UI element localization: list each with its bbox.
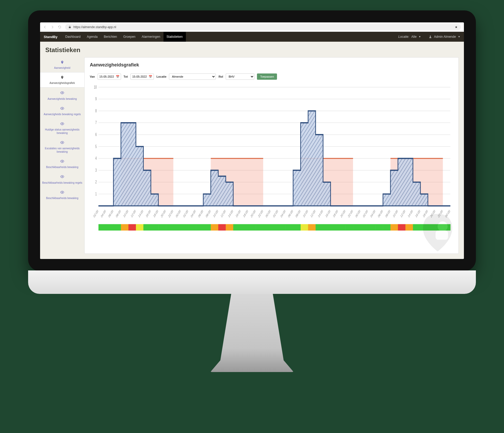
svg-text:14:00: 14:00 xyxy=(138,209,144,218)
sidebar-item-3[interactable]: Aanwezigheids bewaking regels xyxy=(40,103,84,119)
pin-icon xyxy=(42,60,83,65)
svg-rect-91 xyxy=(106,224,114,231)
sidebar-item-1[interactable]: Aanwezigheidsgrafiek xyxy=(40,72,84,88)
forward-icon[interactable] xyxy=(51,25,54,29)
svg-rect-107 xyxy=(226,224,233,231)
svg-rect-127 xyxy=(375,224,383,231)
svg-rect-116 xyxy=(293,224,301,231)
brand[interactable]: StandBy xyxy=(44,35,58,39)
svg-rect-101 xyxy=(181,224,188,231)
svg-rect-120 xyxy=(323,224,331,231)
sidebar-item-5[interactable]: Escalaties van aanwezigheids bewaking xyxy=(40,137,84,156)
svg-rect-90 xyxy=(98,224,106,231)
svg-text:12:00: 12:00 xyxy=(220,209,226,218)
svg-rect-133 xyxy=(420,224,428,231)
locatie-select[interactable]: Almende xyxy=(169,73,216,80)
sidebar-item-4[interactable]: Huidige status aanwezigheids bewaking xyxy=(40,119,84,137)
filters: Van 📅 Tot 📅 Locatie Almende xyxy=(90,73,453,80)
svg-text:10:00: 10:00 xyxy=(392,209,398,218)
svg-rect-102 xyxy=(188,224,196,231)
star-icon[interactable]: ★ xyxy=(455,25,458,29)
svg-text:18:00: 18:00 xyxy=(332,209,338,218)
svg-text:08:00: 08:00 xyxy=(295,209,301,218)
nav-item-alarmeringen[interactable]: Alarmeringen xyxy=(138,32,163,42)
svg-text:06:00: 06:00 xyxy=(198,209,204,218)
location-label: Locatie: xyxy=(398,35,409,39)
svg-text:9: 9 xyxy=(95,97,97,101)
presence-chart: 1234567891002:0004:0006:0008:0010:0012:0… xyxy=(90,84,453,249)
svg-text:06:00: 06:00 xyxy=(287,209,293,218)
nav-item-berichten[interactable]: Berichten xyxy=(101,32,120,42)
chevron-down-icon[interactable]: ▼ xyxy=(458,35,460,38)
svg-rect-113 xyxy=(271,224,278,231)
sidebar: AanwezigheidAanwezigheidsgrafiekAanwezig… xyxy=(40,57,84,259)
svg-text:16:00: 16:00 xyxy=(325,209,331,218)
svg-point-5 xyxy=(62,108,63,109)
monitor-frame: https://almende.standby-app.nl ★ StandBy… xyxy=(28,10,476,271)
svg-text:20:00: 20:00 xyxy=(160,209,166,218)
eye-icon xyxy=(42,106,83,112)
svg-text:4: 4 xyxy=(95,156,97,161)
svg-rect-126 xyxy=(368,224,376,231)
van-label: Van xyxy=(90,75,95,78)
svg-text:3: 3 xyxy=(95,168,97,172)
svg-text:08:00: 08:00 xyxy=(115,209,121,218)
nav-item-dashboard[interactable]: Dashboard xyxy=(62,32,84,42)
svg-rect-119 xyxy=(316,224,323,231)
svg-rect-99 xyxy=(166,224,173,231)
chevron-down-icon[interactable]: ▼ xyxy=(419,35,421,38)
svg-text:02:00: 02:00 xyxy=(183,209,189,218)
sidebar-item-7[interactable]: Beschikbaarheids bewaking regels xyxy=(40,171,84,187)
location-value[interactable]: Alle xyxy=(411,35,417,39)
apply-button[interactable]: Toepassen xyxy=(257,73,277,80)
locatie-label: Locatie xyxy=(156,75,167,78)
sidebar-item-2[interactable]: Aanwezigheids bewaking xyxy=(40,88,84,103)
sidebar-item-6[interactable]: Beschikbaarheids bewaking xyxy=(40,156,84,171)
svg-point-6 xyxy=(62,123,63,124)
nav-item-statistieken[interactable]: Statistieken xyxy=(163,32,186,42)
svg-text:04:00: 04:00 xyxy=(100,209,106,218)
svg-text:08:00: 08:00 xyxy=(205,209,211,218)
app-nav: StandBy DashboardAgendaBerichtenGroepenA… xyxy=(40,32,464,42)
reload-icon[interactable] xyxy=(58,25,61,29)
svg-text:20:00: 20:00 xyxy=(430,209,436,218)
address-bar[interactable]: https://almende.standby-app.nl ★ xyxy=(65,24,461,30)
eye-icon xyxy=(42,91,83,96)
svg-rect-128 xyxy=(383,224,390,231)
nav-item-groepen[interactable]: Groepen xyxy=(120,32,139,42)
eye-icon xyxy=(42,175,83,180)
svg-rect-115 xyxy=(286,224,293,231)
svg-rect-117 xyxy=(301,224,308,231)
svg-text:02:00: 02:00 xyxy=(362,209,368,218)
lock-icon xyxy=(68,26,71,29)
tot-input[interactable] xyxy=(130,73,154,80)
van-input[interactable] xyxy=(98,73,121,80)
rol-select[interactable]: BHV xyxy=(226,73,254,80)
sidebar-item-8[interactable]: Beschikbaarheids bewaking xyxy=(40,187,84,202)
monitor-stand xyxy=(210,294,294,372)
sidebar-item-0[interactable]: Aanwezigheid xyxy=(40,57,84,72)
browser-chrome: https://almende.standby-app.nl ★ xyxy=(40,22,464,32)
svg-text:04:00: 04:00 xyxy=(280,209,286,218)
svg-point-1 xyxy=(430,36,431,37)
svg-rect-97 xyxy=(151,224,159,231)
svg-text:2: 2 xyxy=(95,180,97,184)
svg-rect-132 xyxy=(413,224,420,231)
svg-rect-118 xyxy=(308,224,316,231)
svg-rect-98 xyxy=(158,224,166,231)
nav-item-agenda[interactable]: Agenda xyxy=(84,32,100,42)
monitor-chin xyxy=(28,270,476,294)
svg-text:10:00: 10:00 xyxy=(303,209,308,218)
rol-label: Rol xyxy=(218,75,223,78)
svg-text:10:00: 10:00 xyxy=(213,209,219,218)
user-name[interactable]: Admin Almende xyxy=(434,35,456,39)
svg-point-9 xyxy=(62,176,63,177)
svg-rect-108 xyxy=(233,224,241,231)
main-panel: Aanwezigheidsgrafiek Van 📅 Tot 📅 Locatie xyxy=(84,57,459,254)
back-icon[interactable] xyxy=(43,25,47,29)
svg-rect-111 xyxy=(256,224,263,231)
svg-rect-124 xyxy=(353,224,361,231)
svg-text:14:00: 14:00 xyxy=(407,209,413,218)
svg-text:7: 7 xyxy=(95,120,97,125)
svg-text:06:00: 06:00 xyxy=(108,209,114,218)
